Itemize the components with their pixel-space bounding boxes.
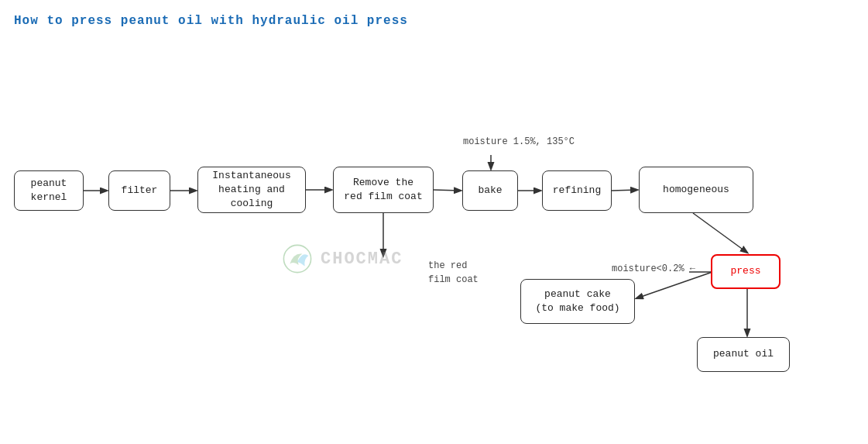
label-red-film: the redfilm coat [428,259,479,287]
box-homogeneous: homogeneous [639,167,753,213]
label-moisture-top: moisture 1.5%, 135°C [463,136,575,147]
svg-line-9 [636,272,712,298]
label-moisture-low: moisture<0.2% ← [612,263,695,274]
box-peanut-kernel: peanutkernel [14,170,84,211]
box-press: press [711,254,781,289]
svg-line-3 [434,190,461,191]
watermark-text: CHOCMAC [321,250,403,269]
box-instantaneous: Instantaneousheating and cooling [197,167,306,213]
box-bake: bake [462,170,518,211]
svg-line-8 [693,213,747,253]
flowchart: peanutkernel filter Instantaneousheating… [0,62,868,418]
page-title: How to press peanut oil with hydraulic o… [14,14,408,28]
svg-line-5 [612,190,637,191]
box-refining: refining [542,170,612,211]
box-remove-red: Remove thered film coat [333,167,434,213]
box-peanut-oil: peanut oil [697,337,790,372]
box-peanut-cake: peanut cake(to make food) [520,279,635,324]
watermark: CHOCMAC [279,240,403,277]
box-filter: filter [108,170,170,211]
watermark-logo-icon [279,240,316,277]
